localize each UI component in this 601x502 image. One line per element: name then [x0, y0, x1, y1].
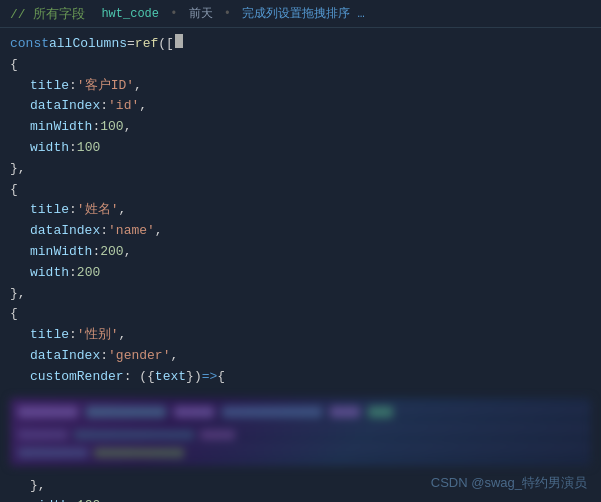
number: 200: [100, 242, 123, 263]
function: ref: [135, 34, 158, 55]
property: minWidth: [30, 242, 92, 263]
code-line: width : 100: [10, 138, 601, 159]
colon: :: [92, 117, 100, 138]
property: dataIndex: [30, 346, 100, 367]
comma: ,: [134, 76, 142, 97]
colon: :: [69, 263, 77, 284]
blurred-code-section: [10, 398, 591, 466]
header-comment: // 所有字段: [10, 5, 85, 23]
number: 100: [77, 138, 100, 159]
blur-block: [18, 448, 88, 458]
brace: {: [147, 367, 155, 388]
comma: ,: [124, 117, 132, 138]
number: 200: [77, 263, 100, 284]
number: 100: [77, 496, 100, 502]
blur-block: [74, 430, 194, 440]
comma: ,: [124, 242, 132, 263]
blurred-row3: [18, 448, 184, 458]
blur-block: [174, 406, 214, 418]
blur-block: [330, 406, 360, 418]
blur-block: [18, 430, 68, 440]
blur-block: [94, 448, 184, 458]
code-line: },: [10, 159, 601, 180]
blurred-row2: [18, 430, 235, 440]
code-line: minWidth : 100 ,: [10, 117, 601, 138]
colon: :: [100, 96, 108, 117]
property: title: [30, 325, 69, 346]
separator2: •: [224, 7, 238, 21]
blur-block: [222, 406, 322, 418]
brace: },: [10, 159, 26, 180]
header-bar: // 所有字段 hwt_code • 前天 • 完成列设置拖拽排序 …: [0, 0, 601, 28]
brace: },: [10, 284, 26, 305]
property: width: [30, 138, 69, 159]
property: title: [30, 200, 69, 221]
string: '客户ID': [77, 76, 134, 97]
paren: ): [194, 367, 202, 388]
string: '性别': [77, 325, 119, 346]
code-line: width : 200: [10, 263, 601, 284]
code-line: minWidth : 200 ,: [10, 242, 601, 263]
colon: :: [100, 221, 108, 242]
string: 'gender': [108, 346, 170, 367]
colon: :: [69, 325, 77, 346]
separator1: •: [170, 7, 184, 21]
string: '姓名': [77, 200, 119, 221]
code-line: {: [10, 304, 601, 325]
brace: {: [10, 180, 18, 201]
blur-block: [86, 406, 166, 418]
colon: :: [69, 76, 77, 97]
code-line: dataIndex : 'gender' ,: [10, 346, 601, 367]
arrow: =>: [202, 367, 218, 388]
param: text: [155, 367, 186, 388]
number: 100: [100, 117, 123, 138]
colon: :: [69, 200, 77, 221]
colon: :: [69, 496, 77, 502]
code-line: title : '姓名' ,: [10, 200, 601, 221]
code-area: const allColumns = ref ([ { title : '客户I…: [0, 28, 601, 394]
punct: =: [127, 34, 135, 55]
variable: allColumns: [49, 34, 127, 55]
brace: {: [10, 304, 18, 325]
blur-block: [18, 406, 78, 418]
property: title: [30, 76, 69, 97]
property: width: [30, 496, 69, 502]
colon: :: [92, 242, 100, 263]
code-line: {: [10, 180, 601, 201]
colon: : (: [124, 367, 147, 388]
comma: ,: [139, 96, 147, 117]
code-line: title : '客户ID' ,: [10, 76, 601, 97]
keyword: const: [10, 34, 49, 55]
brace: {: [10, 55, 18, 76]
cursor: [175, 34, 183, 48]
brace: {: [217, 367, 225, 388]
comma: ,: [118, 325, 126, 346]
property: customRender: [30, 367, 124, 388]
colon: :: [69, 138, 77, 159]
comma: ,: [170, 346, 178, 367]
property: dataIndex: [30, 221, 100, 242]
property: minWidth: [30, 117, 92, 138]
brace: },: [30, 476, 46, 497]
code-line: {: [10, 55, 601, 76]
colon: :: [100, 346, 108, 367]
brace: }: [186, 367, 194, 388]
string: 'name': [108, 221, 155, 242]
editor-container: // 所有字段 hwt_code • 前天 • 完成列设置拖拽排序 … cons…: [0, 0, 601, 502]
blurred-row1: [18, 406, 393, 418]
comma: ,: [155, 221, 163, 242]
username: hwt_code: [101, 7, 159, 21]
string: 'id': [108, 96, 139, 117]
code-line: dataIndex : 'name' ,: [10, 221, 601, 242]
code-line: },: [10, 284, 601, 305]
watermark-text: CSDN @swag_特约男演员: [431, 475, 587, 490]
property: dataIndex: [30, 96, 100, 117]
code-line: dataIndex : 'id' ,: [10, 96, 601, 117]
blur-block: [200, 430, 235, 440]
code-line: title : '性别' ,: [10, 325, 601, 346]
code-line: const allColumns = ref ([: [10, 34, 601, 55]
action: 完成列设置拖拽排序 …: [242, 7, 364, 21]
watermark: CSDN @swag_特约男演员: [431, 474, 587, 492]
blur-block: [368, 406, 393, 418]
comma: ,: [118, 200, 126, 221]
